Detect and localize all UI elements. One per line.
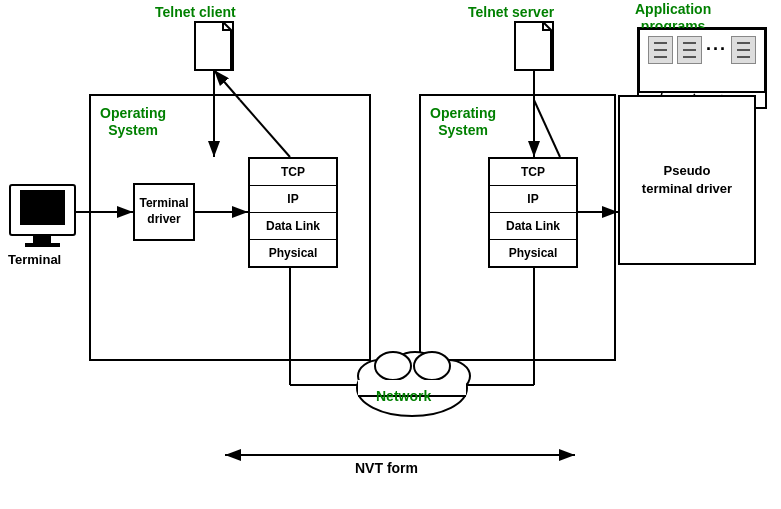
right-ip-label: IP: [490, 186, 576, 213]
pseudo-terminal-driver-box: Pseudoterminal driver: [618, 95, 756, 265]
telnet-server-label: Telnet server: [468, 4, 554, 20]
left-tcp-label: TCP: [250, 159, 336, 186]
left-datalink-label: Data Link: [250, 213, 336, 240]
app-icons-row: ···: [640, 30, 764, 70]
network-label: Network: [376, 388, 431, 404]
app-programs-box: ···: [638, 28, 766, 93]
app-icon-3: [731, 36, 756, 64]
pseudo-terminal-driver-label: Pseudoterminal driver: [642, 162, 732, 198]
app-icon-2: [677, 36, 702, 64]
right-stack-box: TCP IP Data Link Physical: [488, 157, 578, 268]
svg-rect-11: [515, 22, 553, 70]
svg-rect-6: [25, 243, 60, 247]
svg-point-24: [375, 352, 411, 380]
right-tcp-label: TCP: [490, 159, 576, 186]
svg-rect-3: [10, 185, 75, 235]
svg-line-17: [214, 70, 240, 100]
terminal-label: Terminal: [8, 252, 61, 267]
right-datalink-label: Data Link: [490, 213, 576, 240]
os-left-label: OperatingSystem: [100, 105, 166, 139]
nvt-form-label: NVT form: [355, 460, 418, 476]
svg-rect-4: [20, 190, 65, 225]
svg-point-22: [391, 352, 439, 388]
svg-point-23: [426, 360, 470, 392]
app-icon-1: [648, 36, 673, 64]
svg-rect-5: [33, 235, 51, 243]
left-stack-box: TCP IP Data Link Physical: [248, 157, 338, 268]
svg-line-38: [534, 100, 560, 157]
svg-point-25: [414, 352, 450, 380]
left-physical-label: Physical: [250, 240, 336, 266]
app-dots: ···: [706, 39, 727, 62]
telnet-client-label: Telnet client: [155, 4, 236, 20]
terminal-driver-label: Terminal driver: [135, 196, 193, 227]
right-physical-label: Physical: [490, 240, 576, 266]
os-right-label: OperatingSystem: [430, 105, 496, 139]
svg-rect-10: [195, 22, 233, 70]
left-ip-label: IP: [250, 186, 336, 213]
terminal-driver-box: Terminal driver: [133, 183, 195, 241]
svg-line-16: [240, 100, 290, 157]
